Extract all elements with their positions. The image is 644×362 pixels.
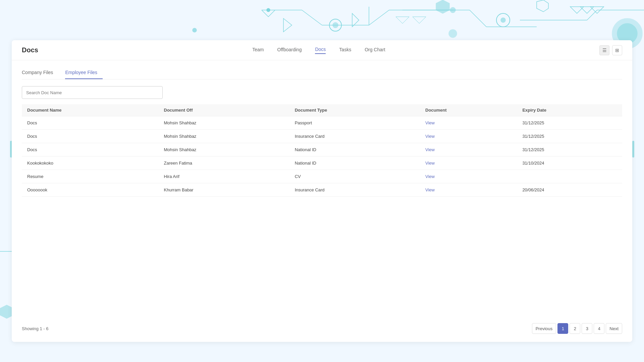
tab-employee-files[interactable]: Employee Files [65,67,103,79]
page-4-button[interactable]: 4 [594,323,604,334]
cell-doc-name: Docs [22,116,159,130]
svg-marker-6 [352,13,359,27]
cell-doc-off: Mohsin Shahbaz [159,116,289,130]
svg-point-10 [449,29,457,38]
col-document-type: Document Type [289,104,420,116]
page-1-button[interactable]: 1 [557,323,568,334]
cell-doc-off: Mohsin Shahbaz [159,143,289,157]
file-tabs: Company Files Employee Files [22,67,622,79]
cell-expiry [517,170,622,183]
cell-expiry: 31/12/2025 [517,143,622,157]
svg-point-17 [450,7,455,13]
table-row: Oooooook Khurram Babar Insurance Card Vi… [22,183,622,197]
cell-expiry: 20/06/2024 [517,183,622,197]
search-input[interactable] [22,86,163,99]
main-panel: Docs Team Offboarding Docs Tasks Org Cha… [12,40,632,342]
svg-line-3 [369,10,389,25]
nav-link-tasks[interactable]: Tasks [339,47,351,54]
cell-document[interactable]: View [420,116,517,130]
nav-link-offboarding[interactable]: Offboarding [277,47,302,54]
svg-line-1 [302,10,322,25]
cell-doc-type: Insurance Card [289,183,420,197]
svg-marker-16 [413,17,426,23]
view-link[interactable]: View [425,174,435,179]
previous-button[interactable]: Previous [532,323,556,334]
col-document: Document [420,104,517,116]
table-header-row: Document Name Document Off Document Type… [22,104,622,116]
cell-doc-type: Passport [289,116,420,130]
svg-marker-5 [283,18,292,32]
cell-document[interactable]: View [420,170,517,183]
svg-marker-29 [537,0,548,12]
cell-expiry: 31/12/2025 [517,116,622,130]
content-area: Company Files Employee Files Document Na… [12,60,632,342]
list-view-button[interactable]: ☰ [599,45,609,55]
view-link[interactable]: View [425,147,435,152]
cell-expiry: 31/10/2024 [517,157,622,170]
col-document-off: Document Off [159,104,289,116]
table-row: Docs Mohsin Shahbaz Insurance Card View … [22,130,622,143]
svg-marker-28 [436,0,449,13]
search-wrapper [22,86,622,99]
svg-point-9 [333,22,338,28]
pagination-controls: Previous 1 2 3 4 Next [532,323,622,334]
view-toggle: ☰ ⊞ [599,45,622,55]
grid-view-icon: ⊞ [615,48,619,53]
svg-rect-56 [632,141,634,158]
table-row: Resume Hira Arif CV View [22,170,622,183]
table-row: Kookokokoko Zareen Fatima National ID Vi… [22,157,622,170]
svg-line-21 [587,10,597,20]
svg-point-7 [267,8,270,12]
svg-marker-25 [590,7,604,13]
nav-links: Team Offboarding Docs Tasks Org Chart [252,47,385,54]
cell-doc-name: Docs [22,143,159,157]
svg-point-18 [496,13,510,27]
cell-doc-name: Resume [22,170,159,183]
documents-table: Document Name Document Off Document Type… [22,104,622,197]
cell-expiry: 31/12/2025 [517,130,622,143]
top-nav: Docs Team Offboarding Docs Tasks Org Cha… [12,40,632,60]
svg-point-30 [193,28,197,32]
tab-company-files[interactable]: Company Files [22,67,58,79]
cell-document[interactable]: View [420,130,517,143]
view-link[interactable]: View [425,120,435,125]
cell-document[interactable]: View [420,157,517,170]
view-link[interactable]: View [425,187,435,192]
svg-point-19 [501,18,505,22]
cell-doc-off: Hira Arif [159,170,289,183]
svg-line-13 [470,10,486,27]
cell-document[interactable]: View [420,183,517,197]
col-expiry-date: Expiry Date [517,104,622,116]
grid-view-button[interactable]: ⊞ [612,45,622,55]
svg-marker-24 [580,7,594,13]
nav-link-team[interactable]: Team [252,47,264,54]
app-title: Docs [22,46,38,54]
cell-doc-name: Docs [22,130,159,143]
svg-point-8 [329,19,341,31]
pagination-area: Showing 1 - 6 Previous 1 2 3 4 Next [22,318,622,335]
showing-text: Showing 1 - 6 [22,326,49,331]
page-3-button[interactable]: 3 [582,323,592,334]
page-2-button[interactable]: 2 [570,323,580,334]
col-document-name: Document Name [22,104,159,116]
nav-link-docs[interactable]: Docs [315,47,326,54]
cell-doc-name: Oooooook [22,183,159,197]
cell-doc-type: CV [289,170,420,183]
svg-marker-15 [396,17,409,23]
cell-doc-type: Insurance Card [289,130,420,143]
cell-doc-off: Mohsin Shahbaz [159,130,289,143]
cell-document[interactable]: View [420,143,517,157]
cell-doc-type: National ID [289,157,420,170]
next-button[interactable]: Next [606,323,622,334]
nav-link-org-chart[interactable]: Org Chart [365,47,385,54]
table-row: Docs Mohsin Shahbaz National ID View 31/… [22,143,622,157]
svg-marker-49 [0,305,13,318]
list-view-icon: ☰ [602,48,607,53]
table-row: Docs Mohsin Shahbaz Passport View 31/12/… [22,116,622,130]
cell-doc-name: Kookokokoko [22,157,159,170]
view-link[interactable]: View [425,134,435,139]
view-link[interactable]: View [425,161,435,166]
cell-doc-type: National ID [289,143,420,157]
cell-doc-off: Khurram Babar [159,183,289,197]
svg-marker-23 [570,7,584,13]
